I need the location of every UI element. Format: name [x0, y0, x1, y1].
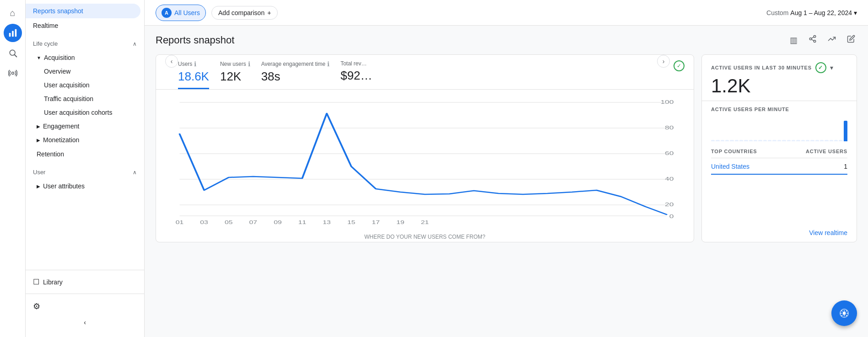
lifecycle-section-header[interactable]: Life cycle ∧: [26, 37, 144, 51]
view-realtime-link[interactable]: View realtime: [809, 229, 847, 236]
realtime-header: ACTIVE USERS IN LAST 30 MINUTES ✓ ▾ 1.2K: [702, 55, 857, 101]
metric-engagement-time[interactable]: Average engagement time ℹ 38s: [261, 55, 341, 89]
metric-total-revenue[interactable]: Total rev… $92…: [340, 55, 383, 88]
svg-text:60: 60: [665, 150, 674, 156]
settings-icon: ⚙: [33, 301, 40, 311]
svg-text:40: 40: [665, 176, 674, 182]
bottom-hint: WHERE DO YOUR NEW USERS COME FROM?: [156, 230, 694, 242]
lifecycle-chevron: ∧: [133, 41, 137, 47]
bar-15: [777, 140, 781, 141]
bar-22: [810, 140, 814, 141]
realtime-dropdown-icon[interactable]: ▾: [830, 64, 834, 71]
bar-3: [721, 140, 724, 141]
bar-14: [772, 140, 776, 141]
bar-6: [735, 140, 739, 141]
bar-28: [839, 140, 842, 141]
svg-text:0: 0: [669, 214, 674, 219]
realtime-card: ACTIVE USERS IN LAST 30 MINUTES ✓ ▾ 1.2K…: [701, 54, 857, 242]
svg-text:17: 17: [372, 220, 380, 225]
acquisition-group[interactable]: ▼ Acquisition: [26, 51, 144, 64]
view-realtime-row: View realtime: [702, 224, 857, 242]
sidebar-item-cohorts[interactable]: User acquisition cohorts: [26, 106, 144, 119]
cards-row: ‹ Users ℹ 18.6K New users ℹ: [156, 54, 857, 242]
bar-9: [749, 140, 753, 141]
content-actions: ▥: [788, 33, 857, 47]
content-area: Reports snapshot ▥ ‹: [145, 26, 868, 337]
user-section-header[interactable]: User ∧: [26, 165, 144, 179]
bar-7: [739, 140, 743, 141]
bar-19: [796, 140, 800, 141]
bar-8: [744, 140, 748, 141]
bar-2: [716, 140, 719, 141]
library-icon: ☐: [33, 278, 39, 286]
svg-text:07: 07: [249, 220, 258, 225]
svg-text:80: 80: [665, 125, 674, 130]
svg-text:11: 11: [298, 220, 307, 225]
sidebar-item-reports-snapshot[interactable]: Reports snapshot: [26, 4, 140, 18]
sidebar-item-user-acquisition[interactable]: User acquisition: [26, 78, 144, 92]
new-users-info-icon[interactable]: ℹ: [248, 60, 250, 68]
realtime-per-minute-section: ACTIVE USERS PER MINUTE: [702, 101, 857, 149]
metrics-row: ‹ Users ℹ 18.6K New users ℹ: [156, 55, 694, 90]
edit-icon[interactable]: [845, 33, 857, 47]
bar-21: [806, 140, 809, 141]
sidebar-item-retention[interactable]: Retention: [26, 147, 144, 161]
bar-13: [768, 140, 771, 141]
share-icon[interactable]: [807, 33, 819, 47]
engagement-group[interactable]: ▶ Engagement: [26, 119, 144, 133]
country-bar-us: [711, 174, 847, 175]
active-users-col-label: ACTIVE USERS: [806, 149, 847, 154]
metrics-prev-button[interactable]: ‹: [165, 55, 178, 68]
compare-icon[interactable]: ▥: [788, 33, 799, 47]
svg-rect-1: [12, 31, 14, 37]
sidebar-item-realtime[interactable]: Realtime: [26, 18, 144, 33]
analytics-icon[interactable]: [4, 24, 22, 42]
left-nav: ⌂: [0, 0, 26, 337]
sidebar-item-library[interactable]: ☐ Library: [26, 274, 144, 290]
trend-icon[interactable]: [826, 33, 838, 47]
satellite-icon[interactable]: [4, 64, 22, 82]
svg-point-35: [843, 312, 846, 315]
svg-text:03: 03: [200, 220, 208, 225]
bar-1: [711, 140, 715, 141]
all-users-button[interactable]: A All Users: [156, 5, 206, 21]
search-console-icon[interactable]: [4, 44, 22, 62]
metrics-next-button[interactable]: ›: [657, 55, 670, 68]
bar-17: [787, 140, 791, 141]
user-attributes-triangle: ▶: [37, 184, 40, 189]
user-attributes-group[interactable]: ▶ User attributes: [26, 179, 144, 193]
metric-new-users[interactable]: New users ℹ 12K: [220, 55, 261, 89]
country-name-us[interactable]: United States: [711, 163, 749, 170]
collapse-sidebar[interactable]: ‹: [26, 315, 144, 330]
users-info-icon[interactable]: ℹ: [194, 60, 196, 68]
sidebar-item-overview[interactable]: Overview: [26, 64, 144, 78]
svg-text:09: 09: [274, 220, 282, 225]
realtime-check-icon[interactable]: ✓: [815, 62, 826, 73]
svg-text:100: 100: [660, 99, 674, 105]
monetization-group[interactable]: ▶ Monetization: [26, 133, 144, 147]
svg-text:13: 13: [323, 220, 331, 225]
main-chart-card: ‹ Users ℹ 18.6K New users ℹ: [156, 54, 694, 242]
bar-18: [792, 140, 795, 141]
svg-point-5: [11, 72, 14, 75]
settings-item[interactable]: ⚙: [26, 298, 144, 315]
svg-text:15: 15: [347, 220, 356, 225]
bar-4: [725, 140, 729, 141]
bar-5: [730, 140, 733, 141]
metrics-check-icon[interactable]: ✓: [674, 60, 685, 71]
add-comparison-button[interactable]: Add comparison +: [211, 6, 278, 20]
sidebar-item-traffic-acquisition[interactable]: Traffic acquisition: [26, 92, 144, 106]
all-users-label: All Users: [174, 9, 200, 16]
home-icon[interactable]: ⌂: [4, 4, 22, 22]
date-range-selector[interactable]: Custom Aug 1 – Aug 22, 2024 ▾: [766, 9, 857, 16]
country-row-us: United States 1: [711, 158, 847, 175]
fab-button[interactable]: [831, 300, 857, 326]
engagement-info-icon[interactable]: ℹ: [327, 60, 329, 68]
chart-container: 100 80 60 40 20 0: [156, 90, 694, 230]
metric-users[interactable]: Users ℹ 18.6K: [178, 55, 220, 89]
header-bar: A All Users Add comparison + Custom Aug …: [145, 0, 868, 26]
user-chevron: ∧: [133, 169, 137, 176]
bar-27: [834, 140, 838, 141]
bar-16: [782, 140, 786, 141]
bar-25: [825, 140, 828, 141]
